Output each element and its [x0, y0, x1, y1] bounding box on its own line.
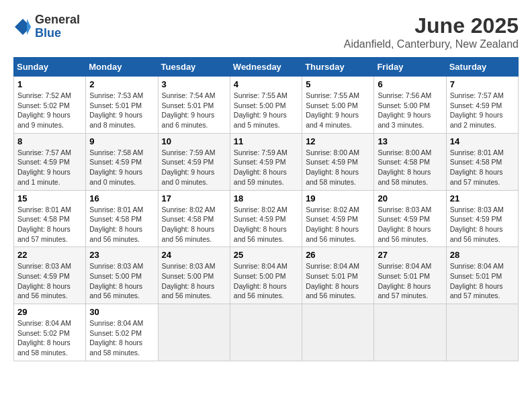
day-info: Sunrise: 7:59 AM Sunset: 4:59 PM Dayligh… [234, 148, 298, 187]
day-cell: 16Sunrise: 8:01 AM Sunset: 4:58 PM Dayli… [86, 190, 158, 247]
day-info: Sunrise: 7:57 AM Sunset: 4:59 PM Dayligh… [17, 148, 82, 187]
day-info: Sunrise: 8:04 AM Sunset: 5:00 PM Dayligh… [234, 261, 298, 301]
day-info: Sunrise: 8:02 AM Sunset: 4:59 PM Dayligh… [306, 205, 370, 244]
day-number: 21 [450, 193, 515, 203]
logo-general: General [35, 13, 80, 26]
day-info: Sunrise: 8:04 AM Sunset: 5:02 PM Dayligh… [89, 318, 154, 358]
day-number: 11 [234, 136, 298, 146]
day-cell: 8Sunrise: 7:57 AM Sunset: 4:59 PM Daylig… [14, 133, 86, 190]
day-cell: 11Sunrise: 7:59 AM Sunset: 4:59 PM Dayli… [230, 133, 302, 190]
day-info: Sunrise: 8:04 AM Sunset: 5:01 PM Dayligh… [378, 261, 442, 301]
calendar-subtitle: Aidanfield, Canterbury, New Zealand [344, 38, 519, 50]
day-cell: 23Sunrise: 8:03 AM Sunset: 5:00 PM Dayli… [86, 247, 158, 304]
day-cell: 21Sunrise: 8:03 AM Sunset: 4:59 PM Dayli… [446, 190, 518, 247]
weekday-friday: Friday [374, 58, 446, 77]
day-cell: 5Sunrise: 7:55 AM Sunset: 5:00 PM Daylig… [302, 77, 374, 134]
day-info: Sunrise: 7:56 AM Sunset: 5:00 PM Dayligh… [378, 91, 442, 130]
weekday-saturday: Saturday [446, 58, 518, 77]
day-cell: 18Sunrise: 8:02 AM Sunset: 4:59 PM Dayli… [230, 190, 302, 247]
day-cell: 2Sunrise: 7:53 AM Sunset: 5:01 PM Daylig… [86, 77, 158, 134]
day-info: Sunrise: 8:03 AM Sunset: 4:59 PM Dayligh… [450, 205, 515, 244]
day-number: 24 [162, 250, 226, 260]
week-row-1: 1Sunrise: 7:52 AM Sunset: 5:02 PM Daylig… [14, 77, 519, 134]
day-cell [230, 304, 302, 361]
day-cell: 7Sunrise: 7:57 AM Sunset: 4:59 PM Daylig… [446, 77, 518, 134]
day-info: Sunrise: 8:00 AM Sunset: 4:59 PM Dayligh… [306, 148, 370, 187]
day-cell: 3Sunrise: 7:54 AM Sunset: 5:01 PM Daylig… [158, 77, 230, 134]
day-info: Sunrise: 7:52 AM Sunset: 5:02 PM Dayligh… [17, 91, 82, 130]
day-info: Sunrise: 8:04 AM Sunset: 5:01 PM Dayligh… [306, 261, 370, 301]
week-row-3: 15Sunrise: 8:01 AM Sunset: 4:58 PM Dayli… [14, 190, 519, 247]
day-number: 7 [450, 79, 515, 89]
day-number: 2 [89, 79, 154, 89]
day-cell: 24Sunrise: 8:03 AM Sunset: 5:00 PM Dayli… [158, 247, 230, 304]
day-number: 1 [17, 79, 82, 89]
week-row-2: 8Sunrise: 7:57 AM Sunset: 4:59 PM Daylig… [14, 133, 519, 190]
day-cell: 12Sunrise: 8:00 AM Sunset: 4:59 PM Dayli… [302, 133, 374, 190]
day-cell [302, 304, 374, 361]
calendar-table: SundayMondayTuesdayWednesdayThursdayFrid… [13, 57, 519, 361]
day-number: 6 [378, 79, 442, 89]
day-cell: 22Sunrise: 8:03 AM Sunset: 4:59 PM Dayli… [14, 247, 86, 304]
day-info: Sunrise: 8:01 AM Sunset: 4:58 PM Dayligh… [89, 205, 154, 244]
day-info: Sunrise: 7:55 AM Sunset: 5:00 PM Dayligh… [306, 91, 370, 130]
day-info: Sunrise: 7:55 AM Sunset: 5:00 PM Dayligh… [234, 91, 298, 130]
weekday-header-row: SundayMondayTuesdayWednesdayThursdayFrid… [14, 58, 519, 77]
day-number: 15 [17, 193, 82, 203]
day-cell: 6Sunrise: 7:56 AM Sunset: 5:00 PM Daylig… [374, 77, 446, 134]
day-number: 29 [17, 307, 82, 317]
weekday-sunday: Sunday [14, 58, 86, 77]
logo-icon [13, 17, 32, 36]
weekday-thursday: Thursday [302, 58, 374, 77]
day-cell: 17Sunrise: 8:02 AM Sunset: 4:58 PM Dayli… [158, 190, 230, 247]
calendar-title: June 2025 [344, 13, 519, 38]
day-info: Sunrise: 8:03 AM Sunset: 5:00 PM Dayligh… [162, 261, 226, 301]
day-cell: 1Sunrise: 7:52 AM Sunset: 5:02 PM Daylig… [14, 77, 86, 134]
day-info: Sunrise: 8:04 AM Sunset: 5:02 PM Dayligh… [17, 318, 82, 358]
day-number: 10 [162, 136, 226, 146]
svg-marker-1 [27, 19, 31, 35]
day-cell: 9Sunrise: 7:58 AM Sunset: 4:59 PM Daylig… [86, 133, 158, 190]
day-cell: 4Sunrise: 7:55 AM Sunset: 5:00 PM Daylig… [230, 77, 302, 134]
day-cell: 14Sunrise: 8:01 AM Sunset: 4:58 PM Dayli… [446, 133, 518, 190]
day-number: 22 [17, 250, 82, 260]
day-number: 25 [234, 250, 298, 260]
logo-text: General Blue [35, 13, 80, 40]
day-info: Sunrise: 8:03 AM Sunset: 4:59 PM Dayligh… [378, 205, 442, 244]
header: General Blue June 2025 Aidanfield, Cante… [13, 13, 519, 50]
day-info: Sunrise: 8:02 AM Sunset: 4:59 PM Dayligh… [234, 205, 298, 244]
day-number: 16 [89, 193, 154, 203]
week-row-5: 29Sunrise: 8:04 AM Sunset: 5:02 PM Dayli… [14, 304, 519, 361]
day-cell: 28Sunrise: 8:04 AM Sunset: 5:01 PM Dayli… [446, 247, 518, 304]
day-cell: 13Sunrise: 8:00 AM Sunset: 4:58 PM Dayli… [374, 133, 446, 190]
day-cell: 19Sunrise: 8:02 AM Sunset: 4:59 PM Dayli… [302, 190, 374, 247]
day-number: 26 [306, 250, 370, 260]
title-area: June 2025 Aidanfield, Canterbury, New Ze… [344, 13, 519, 50]
day-number: 27 [378, 250, 442, 260]
day-number: 19 [306, 193, 370, 203]
day-cell: 30Sunrise: 8:04 AM Sunset: 5:02 PM Dayli… [86, 304, 158, 361]
day-cell: 27Sunrise: 8:04 AM Sunset: 5:01 PM Dayli… [374, 247, 446, 304]
day-info: Sunrise: 7:59 AM Sunset: 4:59 PM Dayligh… [162, 148, 226, 187]
day-cell [374, 304, 446, 361]
day-number: 30 [89, 307, 154, 317]
day-info: Sunrise: 7:58 AM Sunset: 4:59 PM Dayligh… [89, 148, 154, 187]
day-info: Sunrise: 8:02 AM Sunset: 4:58 PM Dayligh… [162, 205, 226, 244]
day-info: Sunrise: 7:57 AM Sunset: 4:59 PM Dayligh… [450, 91, 515, 130]
day-number: 4 [234, 79, 298, 89]
week-row-4: 22Sunrise: 8:03 AM Sunset: 4:59 PM Dayli… [14, 247, 519, 304]
day-number: 13 [378, 136, 442, 146]
day-info: Sunrise: 8:04 AM Sunset: 5:01 PM Dayligh… [450, 261, 515, 301]
day-info: Sunrise: 7:53 AM Sunset: 5:01 PM Dayligh… [89, 91, 154, 130]
day-number: 23 [89, 250, 154, 260]
logo: General Blue [13, 13, 80, 40]
day-number: 5 [306, 79, 370, 89]
day-info: Sunrise: 8:03 AM Sunset: 5:00 PM Dayligh… [89, 261, 154, 301]
day-number: 9 [89, 136, 154, 146]
day-info: Sunrise: 7:54 AM Sunset: 5:01 PM Dayligh… [162, 91, 226, 130]
day-cell: 26Sunrise: 8:04 AM Sunset: 5:01 PM Dayli… [302, 247, 374, 304]
day-number: 8 [17, 136, 82, 146]
day-number: 28 [450, 250, 515, 260]
day-number: 18 [234, 193, 298, 203]
weekday-wednesday: Wednesday [230, 58, 302, 77]
